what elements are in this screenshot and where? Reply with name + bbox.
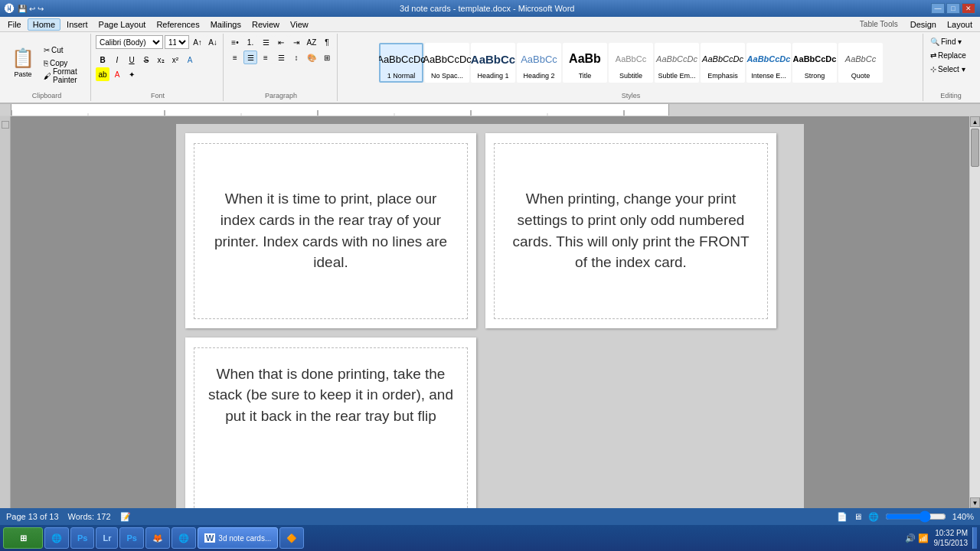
justify-button[interactable]: ☰ <box>274 51 288 64</box>
numbering-button[interactable]: 1. <box>243 35 257 49</box>
menu-design[interactable]: Design <box>906 19 941 30</box>
minimize-button[interactable]: — <box>931 3 945 14</box>
style-emphasis[interactable]: AaBbCcDc Emphasis <box>701 43 745 83</box>
decrease-indent-button[interactable]: ⇤ <box>274 35 288 49</box>
close-button[interactable]: ✕ <box>962 3 975 14</box>
para-top-row: ≡• 1. ☰ ⇤ ⇥ AZ ¶ <box>228 35 334 49</box>
photoshop-icon: Ps <box>77 533 87 543</box>
increase-indent-button[interactable]: ⇥ <box>289 35 303 49</box>
show-desktop-btn[interactable] <box>972 527 977 549</box>
text-effects-button[interactable]: A <box>183 53 197 67</box>
zoom-slider[interactable] <box>885 513 946 520</box>
menu-view[interactable]: View <box>286 19 313 30</box>
style-subtle-em[interactable]: AaBbCcDc Subtle Em... <box>655 43 699 83</box>
document-area[interactable]: When it is time to print, place our inde… <box>11 116 969 508</box>
title-bar-controls[interactable]: — □ ✕ <box>931 3 975 14</box>
sort-button[interactable]: AZ <box>305 35 318 49</box>
copy-label: Copy <box>50 59 67 67</box>
taskbar-chrome[interactable]: 🌐 <box>172 527 196 549</box>
bullets-button[interactable]: ≡• <box>228 35 242 49</box>
card-container-2[interactable]: When printing, change your print setting… <box>485 133 776 328</box>
style-subtitle[interactable]: AaBbCc Subtitle <box>609 43 653 83</box>
editing-content: 🔍 Find ▾ ⇄ Replace ⊹ Select ▾ <box>928 35 974 90</box>
scroll-up-button[interactable]: ▲ <box>970 116 980 127</box>
clipboard-small-buttons: ✂Cut ⎘Copy 🖌Format Painter <box>41 44 87 82</box>
border-button[interactable]: ⊞ <box>320 51 334 64</box>
subscript-button[interactable]: x₂ <box>154 53 168 67</box>
start-button[interactable]: ⊞ <box>3 527 43 549</box>
taskbar-photoshop[interactable]: Ps <box>70 527 94 549</box>
style-quote-label: Quote <box>851 72 871 80</box>
shading-button[interactable]: 🎨 <box>305 51 318 64</box>
card-container-1[interactable]: When it is time to print, place our inde… <box>185 133 476 328</box>
menu-page-layout[interactable]: Page Layout <box>94 19 151 30</box>
menu-review[interactable]: Review <box>247 19 284 30</box>
menu-insert[interactable]: Insert <box>62 19 93 30</box>
highlight-button[interactable]: ab <box>96 67 109 81</box>
taskbar-word[interactable]: W 3d note cards... <box>198 527 278 549</box>
taskbar-lightroom[interactable]: Lr <box>96 527 118 549</box>
format-painter-button[interactable]: 🖌Format Painter <box>41 70 87 82</box>
scroll-down-button[interactable]: ▼ <box>970 497 980 508</box>
shrink-font-button[interactable]: A↓ <box>206 35 220 49</box>
view-print-btn[interactable]: 📄 <box>837 512 848 522</box>
maximize-button[interactable]: □ <box>946 3 960 14</box>
card-container-3[interactable]: When that is done printing, take the sta… <box>185 337 476 508</box>
font-name-select[interactable]: Calibri (Body) <box>96 35 163 49</box>
style-quote[interactable]: AaBbCc Quote <box>838 43 883 83</box>
bold-button[interactable]: B <box>96 53 109 67</box>
view-fullscreen-btn[interactable]: 🖥 <box>854 512 862 521</box>
paste-button[interactable]: 📋 Paste <box>6 43 40 83</box>
view-web-btn[interactable]: 🌐 <box>868 512 879 522</box>
style-heading1[interactable]: AaBbCc Heading 1 <box>471 43 515 83</box>
select-button[interactable]: ⊹ Select ▾ <box>928 63 974 75</box>
taskbar-ps2[interactable]: Ps <box>119 527 143 549</box>
font-size-select[interactable]: 11 12 14 16 <box>165 35 189 49</box>
style-no-spacing[interactable]: AaBbCcDc No Spac... <box>425 43 469 83</box>
menu-references[interactable]: References <box>152 19 204 30</box>
taskbar-ie[interactable]: 🌐 <box>44 527 69 549</box>
style-title[interactable]: AaBb Title <box>563 43 607 83</box>
multilevel-button[interactable]: ☰ <box>259 35 273 49</box>
style-intense-e[interactable]: AaBbCcDc Intense E... <box>746 43 791 83</box>
strikethrough-button[interactable]: S <box>139 53 153 67</box>
align-left-button[interactable]: ≡ <box>228 51 242 64</box>
table-tools-label: Table Tools <box>860 20 904 28</box>
page-status: Page 13 of 13 <box>6 512 59 521</box>
clear-format-button[interactable]: ✦ <box>125 67 139 81</box>
style-normal[interactable]: AaBbCcDc 1 Normal <box>379 43 423 83</box>
paragraph-group: ≡• 1. ☰ ⇤ ⇥ AZ ¶ ≡ ☰ ≡ ☰ ↕ 🎨 ⊞ <box>225 34 338 101</box>
menu-home[interactable]: Home <box>28 18 60 31</box>
card-inner-3: When that is done printing, take the sta… <box>194 347 468 509</box>
style-heading2[interactable]: AaBbCc Heading 2 <box>517 43 561 83</box>
taskbar-icons: 🔊 📶 <box>905 533 929 543</box>
align-right-button[interactable]: ≡ <box>259 51 273 64</box>
replace-button[interactable]: ⇄ Replace <box>928 49 974 61</box>
taskbar-vlc[interactable]: 🔶 <box>279 527 304 549</box>
superscript-button[interactable]: x² <box>168 53 182 67</box>
italic-button[interactable]: I <box>110 53 124 67</box>
scroll-thumb[interactable] <box>971 129 979 167</box>
taskbar-firefox[interactable]: 🦊 <box>145 527 170 549</box>
styles-label: Styles <box>622 90 641 99</box>
align-center-button[interactable]: ☰ <box>243 51 257 64</box>
style-emphasis-label: Emphasis <box>707 72 738 80</box>
show-para-button[interactable]: ¶ <box>320 35 334 49</box>
menu-file[interactable]: File <box>3 19 26 30</box>
style-strong[interactable]: AaBbCcDc Strong <box>792 43 837 83</box>
scrollbar-vertical[interactable]: ▲ ▼ <box>969 116 980 508</box>
menu-layout[interactable]: Layout <box>942 19 977 30</box>
cut-button[interactable]: ✂Cut <box>41 44 87 56</box>
grow-font-button[interactable]: A↑ <box>191 35 204 49</box>
scroll-track <box>970 168 980 497</box>
editing-label: Editing <box>940 90 962 99</box>
underline-button[interactable]: U <box>125 53 139 67</box>
find-button[interactable]: 🔍 Find ▾ <box>928 35 974 47</box>
document-map-toggle[interactable] <box>2 121 9 129</box>
status-right: 📄 🖥 🌐 140% <box>837 512 974 522</box>
font-color-button[interactable]: A <box>110 67 124 81</box>
menu-mailings[interactable]: Mailings <box>206 19 246 30</box>
firefox-icon: 🦊 <box>152 533 163 543</box>
find-icon: 🔍 <box>930 37 939 46</box>
line-spacing-button[interactable]: ↕ <box>289 51 303 64</box>
